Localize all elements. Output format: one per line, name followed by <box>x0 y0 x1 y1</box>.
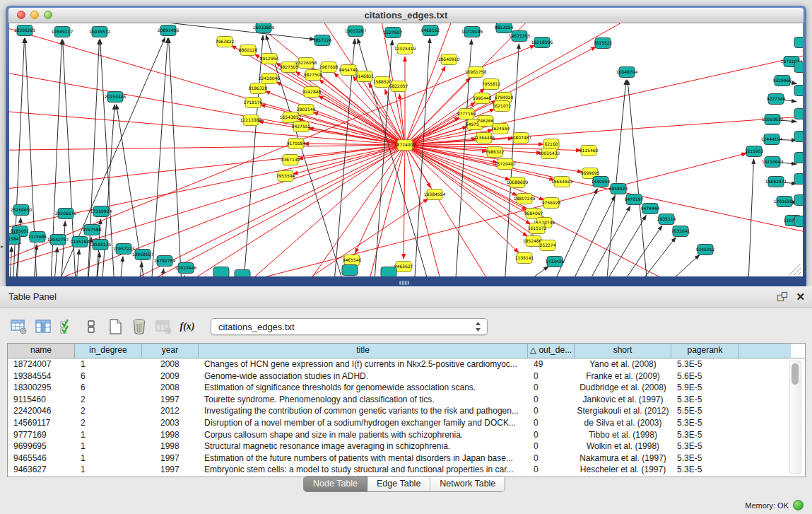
graph-node[interactable]: 20891406 <box>158 25 180 36</box>
graph-node[interactable]: 15692971 <box>765 177 787 187</box>
graph-node[interactable]: 2718176 <box>244 98 263 108</box>
graph-node[interactable]: 17359924 <box>90 206 112 217</box>
graph-node[interactable] <box>381 267 396 277</box>
graph-node[interactable]: 8813054 <box>495 23 514 33</box>
close-panel-icon[interactable]: ✕ <box>796 290 805 304</box>
graph-node[interactable]: 7953594 <box>276 171 295 182</box>
graph-node[interactable]: 12213384 <box>240 115 262 126</box>
graph-node[interactable]: 19654923 <box>551 177 573 187</box>
graph-node[interactable]: 12444194 <box>761 134 783 145</box>
graph-node[interactable]: 7963822 <box>216 37 235 47</box>
graph-node[interactable]: 9146821 <box>355 71 375 82</box>
graph-node[interactable]: 18300295 <box>14 25 36 36</box>
graph-node[interactable]: 13505135 <box>90 240 112 250</box>
graph-node[interactable]: 6958923 <box>609 184 628 194</box>
tab-network-table[interactable]: Network Table <box>430 477 505 491</box>
column-header-name[interactable]: name <box>8 344 75 358</box>
graph-node[interactable]: 7632641 <box>671 226 690 237</box>
table-row[interactable]: 1872400712008Changes of HCN gene express… <box>8 358 805 370</box>
graph-node[interactable]: 20153346 <box>105 92 126 103</box>
graph-node[interactable]: 9756928 <box>542 198 561 209</box>
graph-node[interactable]: 9242848 <box>302 87 322 98</box>
graph-node[interactable]: 12923446 <box>175 263 197 274</box>
graph-node[interactable]: 746266 <box>478 116 494 127</box>
graph-node[interactable] <box>235 270 250 277</box>
graph-node[interactable]: 16210643 <box>762 157 784 168</box>
graph-node[interactable]: 23226058 <box>295 58 317 69</box>
graph-node[interactable]: 252274 <box>540 240 556 251</box>
table-scrollbar[interactable] <box>789 361 801 474</box>
graph-node[interactable]: 3915841 <box>9 234 22 245</box>
graph-node[interactable]: 14671355 <box>509 31 531 42</box>
graph-node[interactable]: 8912954 <box>260 54 279 64</box>
window-titlebar[interactable]: citations_edges.txt <box>8 8 804 23</box>
column-header-short[interactable]: short <box>575 344 671 358</box>
graph-node[interactable]: 14569117 <box>52 27 73 37</box>
graph-node[interactable]: 9827508 <box>304 70 323 81</box>
graph-node[interactable] <box>794 174 803 185</box>
graph-node[interactable]: 9245012 <box>696 245 715 255</box>
collapse-panel-arrow-icon[interactable]: ▸ <box>1 243 4 250</box>
graph-node[interactable]: 14035572 <box>89 27 111 37</box>
table-row[interactable]: 1830029562008Estimation of significance … <box>8 382 805 394</box>
graph-node[interactable]: 8427552 <box>292 122 311 132</box>
function-builder-button[interactable]: f(x) <box>177 317 198 337</box>
graph-node[interactable]: 12325419 <box>394 44 416 54</box>
select-columns-button[interactable] <box>57 317 78 337</box>
column-header-in_degree[interactable]: in_degree <box>75 344 142 358</box>
create-table-button[interactable] <box>105 317 126 337</box>
graph-node[interactable]: 9170084 <box>287 139 306 149</box>
graph-node[interactable]: 9329966 <box>773 76 792 86</box>
table-row[interactable]: 969969511998Structural magnetic resonanc… <box>8 440 805 452</box>
graph-node[interactable]: 2803144 <box>297 105 316 115</box>
graph-node[interactable]: 10807487 <box>510 133 532 144</box>
graph-node[interactable]: 22420046 <box>259 74 281 84</box>
graph-node[interactable]: 7815522 <box>594 38 613 49</box>
graph-node[interactable]: 20206576 <box>55 209 77 219</box>
table-settings-button[interactable] <box>8 317 30 337</box>
network-canvas[interactable]: 1872400779638228860128891295498275052322… <box>9 23 803 276</box>
graph-node[interactable]: 10653287 <box>345 26 367 37</box>
graph-node[interactable]: 12093832 <box>762 115 784 125</box>
graph-node[interactable]: 6479197 <box>625 194 644 205</box>
graph-node[interactable]: 9474444 <box>641 204 660 214</box>
graph-node[interactable]: 7955812 <box>482 79 501 90</box>
graph-node[interactable]: 19384554 <box>424 189 446 200</box>
table-row[interactable]: 2242004622012Investigating the contribut… <box>8 405 805 417</box>
table-row[interactable]: 911546021997Tourette syndrome. Phenomeno… <box>8 394 805 406</box>
graph-node[interactable]: 1145194 <box>71 237 90 247</box>
column-header-pagerank[interactable]: pagerank <box>671 344 739 358</box>
graph-node[interactable]: 10025432 <box>539 148 560 159</box>
table-selector-dropdown[interactable]: citations_edges.txt <box>211 318 488 335</box>
row-height-button[interactable] <box>81 317 102 337</box>
graph-node[interactable]: 9115460 <box>579 146 599 156</box>
graph-node[interactable]: 10719185 <box>461 27 483 37</box>
graph-node[interactable] <box>794 132 803 142</box>
graph-node[interactable] <box>342 265 358 276</box>
graph-node[interactable] <box>794 37 803 48</box>
graph-node[interactable]: 15720407 <box>495 159 517 170</box>
graph-node[interactable]: 12942757 <box>47 235 69 245</box>
graph-node[interactable] <box>213 267 229 277</box>
graph-node[interactable]: 1527607 <box>384 28 403 38</box>
table-row[interactable]: 946362711997Embryonic stem cells: a mode… <box>8 464 805 476</box>
graph-node[interactable]: 3624554 <box>491 124 510 134</box>
graph-node[interactable]: 9797588 <box>83 225 102 235</box>
graph-node[interactable] <box>794 86 803 96</box>
graph-node[interactable]: 7986322 <box>486 147 505 158</box>
graph-node[interactable] <box>794 62 803 73</box>
tab-edge-table[interactable]: Edge Table <box>367 477 430 491</box>
graph-node[interactable]: 9227349 <box>767 94 786 105</box>
graph-node[interactable]: 16033809 <box>253 23 275 33</box>
split-pane-grip[interactable] <box>399 281 409 285</box>
graph-node[interactable] <box>794 153 803 163</box>
graph-node[interactable]: 1615172 <box>528 223 547 234</box>
graph-node[interactable]: 18640910 <box>438 54 460 65</box>
graph-node[interactable]: 17016504 <box>774 197 796 207</box>
graph-node[interactable]: 6466162 <box>421 25 440 36</box>
graph-node[interactable]: 16961758 <box>465 67 487 78</box>
graph-node[interactable]: 1115686 <box>28 232 47 243</box>
column-header-out_degree[interactable]: △ out_de... <box>528 344 575 358</box>
graph-node[interactable]: 2967608 <box>319 62 339 73</box>
graph-node[interactable]: 25260650 <box>11 205 33 216</box>
